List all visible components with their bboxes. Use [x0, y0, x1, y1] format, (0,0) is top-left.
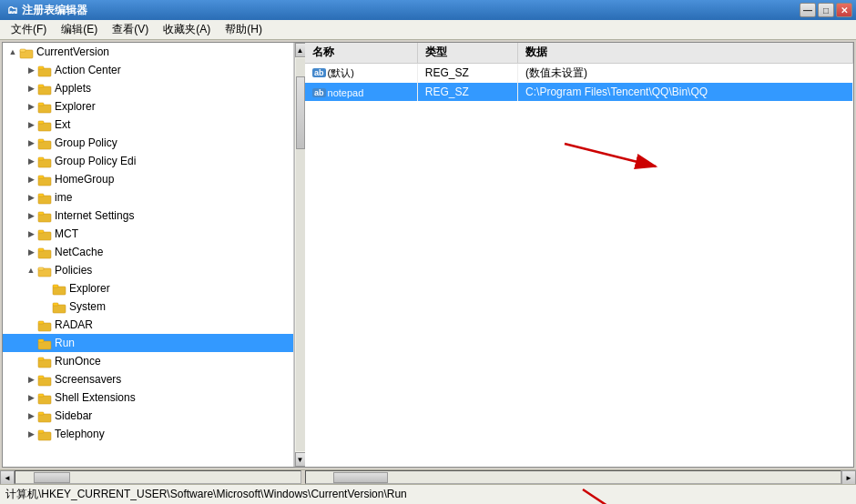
hscroll-thumb-right[interactable] [333, 472, 388, 483]
horizontal-scrollbar[interactable]: ◄ ► [0, 469, 856, 484]
tree-item-shell-extensions[interactable]: ▶ Shell Extensions [3, 388, 293, 407]
tree-toggle[interactable]: ▲ [6, 45, 19, 58]
minimize-button[interactable]: — [800, 3, 816, 17]
menu-file[interactable]: 文件(F) [4, 20, 54, 39]
title-bar-title: 🗂 注册表编辑器 [7, 3, 87, 18]
tree-toggle[interactable]: ▲ [25, 264, 37, 277]
scroll-thumb[interactable] [296, 76, 305, 149]
table-row[interactable]: ab notepadREG_SZC:\Program Files\Tencent… [305, 83, 853, 101]
tree-toggle[interactable]: ▶ [25, 227, 37, 240]
tree-item-label: Telephony [55, 428, 105, 440]
menu-favorites[interactable]: 收藏夹(A) [156, 20, 218, 39]
svg-rect-36 [38, 378, 51, 386]
tree-item-applets[interactable]: ▶ Applets [3, 79, 293, 97]
maximize-button[interactable]: □ [818, 3, 834, 17]
hscroll-thumb-left[interactable] [34, 472, 70, 483]
status-path: 计算机\HKEY_CURRENT_USER\Software\Microsoft… [5, 487, 407, 502]
svg-rect-27 [53, 285, 58, 287]
tree-item-label: Applets [55, 82, 91, 95]
svg-rect-25 [38, 267, 44, 270]
tree-toggle-empty [25, 318, 37, 331]
split-pane: ▲ CurrentVersion▶ Action Center▶ Applets… [2, 42, 854, 468]
tree-scrollbar[interactable]: ▲ ▼ [294, 43, 305, 467]
menu-view[interactable]: 查看(V) [105, 20, 156, 39]
hscroll-right-btn[interactable]: ► [841, 470, 856, 485]
tree-toggle[interactable]: ▶ [25, 428, 37, 440]
tree-item-system[interactable]: System [3, 297, 293, 316]
tree-item-radar[interactable]: RADAR [3, 316, 293, 334]
folder-icon [37, 191, 52, 204]
cell-type: REG_SZ [417, 63, 517, 83]
tree-toggle-empty [39, 300, 52, 313]
svg-rect-41 [38, 412, 44, 415]
hscroll-track-left[interactable] [15, 470, 301, 484]
svg-rect-7 [38, 103, 44, 106]
scroll-track[interactable] [296, 58, 305, 451]
tree-item-runonce[interactable]: RunOnce [3, 352, 293, 370]
svg-rect-10 [38, 141, 51, 149]
scroll-up-btn[interactable]: ▲ [295, 43, 306, 57]
table-header-row: 名称 类型 数据 [305, 43, 853, 63]
table-row[interactable]: ab (默认)REG_SZ(数值未设置) [305, 63, 853, 83]
tree-toggle-empty [25, 337, 37, 349]
tree-toggle[interactable]: ▶ [25, 173, 37, 186]
tree-item-run[interactable]: Run [3, 334, 293, 352]
svg-rect-21 [38, 230, 44, 233]
menu-help[interactable]: 帮助(H) [218, 20, 270, 39]
tree-item-explorer2[interactable]: Explorer [3, 279, 293, 297]
svg-rect-8 [38, 123, 51, 131]
tree-item-ime[interactable]: ▶ ime [3, 188, 293, 207]
svg-rect-5 [38, 85, 44, 87]
tree-item-policies[interactable]: ▲ Policies [3, 261, 293, 279]
tree-toggle-empty [39, 282, 52, 295]
tree-item-ext[interactable]: ▶ Ext [3, 116, 293, 134]
tree-item-group-policy[interactable]: ▶ Group Policy [3, 134, 293, 152]
hscroll-left-btn[interactable]: ◄ [0, 470, 15, 485]
svg-rect-15 [38, 176, 44, 178]
tree-toggle[interactable]: ▶ [25, 82, 37, 95]
tree-toggle[interactable]: ▶ [25, 191, 37, 204]
folder-icon [52, 300, 66, 313]
tree-item-internet-settings[interactable]: ▶ Internet Settings [3, 207, 293, 225]
folder-icon [37, 209, 52, 222]
tree-toggle[interactable]: ▶ [25, 155, 37, 167]
tree-item-action-center[interactable]: ▶ Action Center [3, 61, 293, 79]
tree-toggle[interactable]: ▶ [25, 246, 37, 258]
cell-name: ab notepad [305, 83, 417, 101]
tree-toggle[interactable]: ▶ [25, 409, 37, 422]
folder-icon [37, 337, 52, 349]
col-data: 数据 [518, 43, 853, 63]
tree-panel[interactable]: ▲ CurrentVersion▶ Action Center▶ Applets… [3, 43, 294, 467]
menu-edit[interactable]: 编辑(E) [54, 20, 105, 39]
svg-rect-9 [38, 121, 44, 124]
tree-item-netcache[interactable]: ▶ NetCache [3, 243, 293, 261]
tree-item-homegroup[interactable]: ▶ HomeGroup [3, 170, 293, 188]
tree-toggle[interactable]: ▶ [25, 136, 37, 149]
scroll-down-btn[interactable]: ▼ [295, 452, 306, 467]
svg-rect-18 [38, 214, 51, 222]
tree-toggle[interactable]: ▶ [25, 64, 37, 76]
tree-item-currentversion[interactable]: ▲ CurrentVersion [3, 43, 293, 61]
svg-rect-22 [38, 250, 51, 258]
tree-item-explorer[interactable]: ▶ Explorer [3, 97, 293, 116]
tree-item-mct[interactable]: ▶ MCT [3, 225, 293, 243]
svg-rect-28 [53, 305, 66, 313]
tree-toggle[interactable]: ▶ [25, 373, 37, 386]
tree-item-screensavers[interactable]: ▶ Screensavers [3, 370, 293, 388]
tree-toggle[interactable]: ▶ [25, 391, 37, 404]
app-icon: 🗂 [7, 4, 18, 16]
tree-toggle[interactable]: ▶ [25, 100, 37, 113]
folder-icon [37, 173, 52, 186]
window-title: 注册表编辑器 [22, 3, 87, 18]
tree-item-sidebar[interactable]: ▶ Sidebar [3, 407, 293, 425]
tree-toggle[interactable]: ▶ [25, 209, 37, 222]
tree-item-group-policy-edi[interactable]: ▶ Group Policy Edi [3, 152, 293, 170]
svg-rect-12 [38, 159, 51, 167]
tree-toggle[interactable]: ▶ [25, 118, 37, 131]
svg-rect-11 [38, 139, 44, 142]
tree-item-label: Explorer [55, 100, 96, 113]
svg-rect-13 [38, 157, 44, 160]
close-button[interactable]: ✕ [836, 3, 852, 17]
tree-item-telephony[interactable]: ▶ Telephony [3, 425, 293, 443]
hscroll-track-right[interactable] [305, 470, 841, 484]
